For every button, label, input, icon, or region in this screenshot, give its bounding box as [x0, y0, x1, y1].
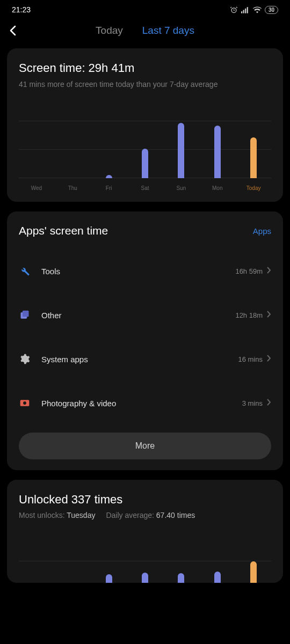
chevron-right-icon [267, 266, 271, 276]
chart-label: Today [238, 185, 269, 191]
chart-bar [250, 561, 257, 583]
chart-bar [106, 574, 112, 583]
apps-link[interactable]: Apps [253, 226, 271, 236]
system-icon [19, 353, 31, 365]
wifi-icon [253, 6, 262, 13]
chart-bar [142, 573, 148, 583]
chart-bar [106, 175, 112, 179]
back-button[interactable] [10, 25, 25, 36]
app-row[interactable]: Tools16h 59m [19, 249, 271, 293]
chart-bar [250, 137, 257, 179]
chevron-right-icon [267, 310, 271, 320]
page-header: Today Last 7 days [0, 16, 290, 48]
svg-rect-3 [245, 8, 246, 13]
chart-label: Mon [202, 185, 233, 191]
svg-rect-1 [241, 11, 242, 13]
chart-bar [178, 123, 184, 178]
app-time: 16 mins [238, 355, 263, 363]
svg-rect-4 [247, 7, 248, 13]
unlock-chart [19, 546, 271, 583]
chart-bar [214, 126, 221, 178]
alarm-icon [230, 6, 238, 14]
status-time: 21:23 [12, 5, 31, 14]
photo-icon [19, 397, 31, 409]
svg-rect-2 [243, 10, 244, 13]
screen-time-title: Screen time: 29h 41m [19, 61, 271, 75]
tab-bar: Today Last 7 days [25, 25, 265, 36]
chart-label: Thu [57, 185, 88, 191]
tab-last-7-days[interactable]: Last 7 days [142, 25, 194, 36]
app-row[interactable]: System apps16 mins [19, 337, 271, 381]
app-time: 12h 18m [235, 311, 263, 319]
unlock-subtitle: Most unlocks: Tuesday Daily average: 67.… [19, 511, 271, 519]
svg-point-8 [23, 401, 26, 405]
app-name: Photography & video [41, 399, 242, 408]
chart-label: Fri [93, 185, 125, 191]
chart-label: Wed [21, 185, 52, 191]
chevron-right-icon [267, 398, 271, 408]
unlock-title: Unlocked 337 times [19, 493, 271, 507]
chart-bar [214, 572, 221, 583]
app-row[interactable]: Photography & video3 mins [19, 381, 271, 425]
screen-time-subtitle: 41 mins more of screen time today than y… [19, 79, 271, 89]
status-indicators: 30 [230, 6, 278, 14]
unlock-card: Unlocked 337 times Most unlocks: Tuesday… [7, 480, 283, 583]
status-bar: 21:23 30 [0, 0, 290, 16]
apps-screen-time-card: Apps' screen time Apps Tools16h 59mOther… [7, 211, 283, 470]
chart-bar [142, 149, 148, 178]
signal-icon [241, 6, 250, 13]
tools-icon [19, 265, 31, 277]
app-time: 16h 59m [235, 267, 263, 275]
other-icon [19, 309, 31, 321]
screen-time-card: Screen time: 29h 41m 41 mins more of scr… [7, 48, 283, 202]
chart-label: Sat [129, 185, 161, 191]
more-button[interactable]: More [19, 433, 271, 459]
chevron-right-icon [267, 354, 271, 364]
app-time: 3 mins [242, 399, 263, 407]
apps-card-title: Apps' screen time [19, 224, 108, 237]
chart-bar [178, 573, 184, 583]
app-name: Other [41, 311, 235, 320]
tab-today[interactable]: Today [96, 25, 123, 36]
app-name: System apps [41, 355, 238, 364]
app-row[interactable]: Other12h 18m [19, 293, 271, 337]
chart-label: Sun [166, 185, 197, 191]
app-name: Tools [41, 267, 235, 276]
battery-indicator: 30 [265, 6, 278, 14]
screen-time-chart: WedThuFriSatSunMonToday [19, 121, 271, 191]
svg-rect-6 [23, 311, 29, 317]
